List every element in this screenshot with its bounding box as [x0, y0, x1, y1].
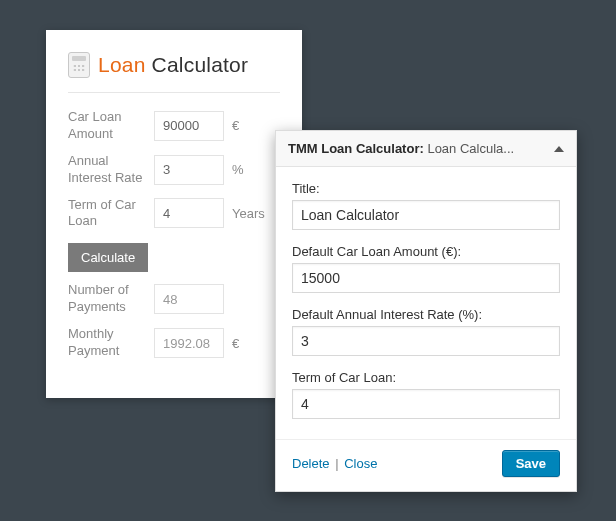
close-link[interactable]: Close [344, 456, 377, 471]
rate-label: Annual Interest Rate [68, 153, 146, 187]
link-separator: | [335, 456, 338, 471]
rate-input[interactable] [154, 155, 224, 185]
monthly-output [154, 328, 224, 358]
title-field-label: Title: [292, 181, 560, 196]
save-button[interactable]: Save [502, 450, 560, 477]
settings-footer: Delete | Close Save [276, 439, 576, 491]
settings-header-sub: Loan Calcula... [427, 141, 514, 156]
settings-links: Delete | Close [292, 456, 377, 471]
default-term-label: Term of Car Loan: [292, 370, 560, 385]
amount-unit: € [232, 118, 239, 133]
rate-row: Annual Interest Rate % [68, 153, 280, 187]
amount-row: Car Loan Amount € [68, 109, 280, 143]
default-amount-label: Default Car Loan Amount (€): [292, 244, 560, 259]
widget-title: Loan Calculator [98, 53, 248, 77]
settings-header-title: TMM Loan Calculator: Loan Calcula... [288, 141, 514, 156]
amount-label: Car Loan Amount [68, 109, 146, 143]
num-payments-output [154, 284, 224, 314]
default-rate-field[interactable] [292, 326, 560, 356]
calculate-button[interactable]: Calculate [68, 243, 148, 272]
term-unit: Years [232, 206, 265, 221]
term-label: Term of Car Loan [68, 197, 146, 231]
monthly-label: Monthly Payment [68, 326, 146, 360]
delete-link[interactable]: Delete [292, 456, 330, 471]
settings-body: Title: Default Car Loan Amount (€): Defa… [276, 167, 576, 439]
num-payments-label: Number of Payments [68, 282, 146, 316]
default-term-field[interactable] [292, 389, 560, 419]
title-field[interactable] [292, 200, 560, 230]
settings-header[interactable]: TMM Loan Calculator: Loan Calcula... [276, 131, 576, 167]
widget-settings-panel: TMM Loan Calculator: Loan Calcula... Tit… [275, 130, 577, 492]
term-row: Term of Car Loan Years [68, 197, 280, 231]
loan-calculator-widget: Loan Calculator Car Loan Amount € Annual… [46, 30, 302, 398]
amount-input[interactable] [154, 111, 224, 141]
default-rate-label: Default Annual Interest Rate (%): [292, 307, 560, 322]
settings-header-bold: TMM Loan Calculator: [288, 141, 424, 156]
chevron-up-icon [554, 146, 564, 152]
default-amount-field[interactable] [292, 263, 560, 293]
calculator-icon [68, 52, 90, 78]
monthly-unit: € [232, 336, 239, 351]
widget-title-accent: Loan [98, 53, 146, 76]
monthly-row: Monthly Payment € [68, 326, 280, 360]
num-payments-row: Number of Payments [68, 282, 280, 316]
widget-title-row: Loan Calculator [68, 52, 280, 93]
rate-unit: % [232, 162, 244, 177]
term-input[interactable] [154, 198, 224, 228]
widget-title-rest: Calculator [152, 53, 249, 76]
